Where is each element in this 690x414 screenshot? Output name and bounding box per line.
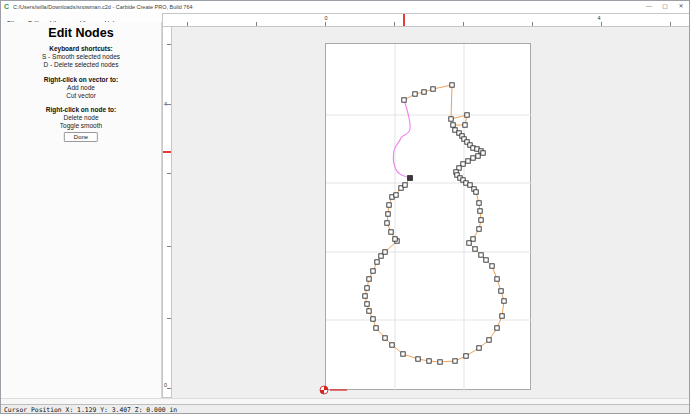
path-node[interactable] — [477, 227, 481, 231]
path-node[interactable] — [451, 123, 455, 127]
path-node[interactable] — [473, 247, 477, 251]
path-node[interactable] — [367, 277, 371, 281]
path-node[interactable] — [449, 117, 453, 121]
path-node[interactable] — [394, 193, 398, 197]
path-node[interactable] — [484, 258, 488, 262]
rightclick-node-heading: Right-click on node to: — [1, 106, 161, 113]
ruler-tick — [463, 22, 464, 26]
path-node[interactable] — [463, 123, 467, 127]
panel-title: Edit Nodes — [1, 26, 161, 40]
cursor-position-readout: Cursor Position X: 1.129 Y: 3.407 Z: 0.0… — [4, 406, 177, 414]
design-canvas[interactable] — [172, 27, 690, 398]
path-node[interactable] — [427, 359, 431, 363]
path-node[interactable] — [450, 83, 454, 87]
path-node[interactable] — [487, 338, 491, 342]
path-node[interactable] — [476, 154, 480, 158]
path-node[interactable] — [422, 90, 426, 94]
path-node[interactable] — [383, 336, 387, 340]
stock-page[interactable] — [325, 43, 531, 390]
keyboard-shortcuts-heading: Keyboard shortcuts: — [1, 45, 161, 52]
path-node[interactable] — [393, 237, 397, 241]
path-node[interactable] — [413, 92, 417, 96]
close-button[interactable]: ✕ — [673, 1, 689, 12]
path-node[interactable] — [365, 286, 369, 290]
ruler-tick — [167, 318, 171, 319]
path-node[interactable] — [479, 218, 483, 222]
path-node[interactable] — [401, 352, 405, 356]
ruler-tick — [167, 173, 171, 174]
path-node[interactable] — [471, 156, 475, 160]
path-node[interactable] — [464, 354, 468, 358]
path-node[interactable] — [416, 357, 420, 361]
edit-nodes-panel: Edit Nodes Keyboard shortcuts: S - Smoot… — [1, 22, 162, 398]
path-node[interactable] — [383, 250, 387, 254]
path-node[interactable] — [363, 294, 367, 298]
ruler-tick — [394, 22, 395, 26]
vertical-ruler: 40 — [162, 27, 172, 398]
path-node[interactable] — [389, 230, 393, 234]
path-node[interactable] — [365, 302, 369, 306]
path-node[interactable] — [495, 277, 499, 281]
path-node[interactable] — [500, 314, 504, 318]
menu-bar: File Edit Library View Help — [1, 12, 162, 22]
path-node[interactable] — [385, 221, 389, 225]
minimize-button[interactable]: — — [641, 1, 657, 12]
path-node[interactable] — [490, 264, 494, 268]
ruler-tick — [167, 44, 171, 45]
status-bar: Cursor Position X: 1.129 Y: 3.407 Z: 0.0… — [1, 404, 690, 414]
path-node[interactable] — [477, 201, 481, 205]
path-node[interactable] — [477, 346, 481, 350]
path-node[interactable] — [499, 289, 503, 293]
shortcut-smooth-line: S - Smooth selected nodes — [1, 53, 161, 60]
selected-node[interactable] — [408, 176, 413, 181]
path-node[interactable] — [431, 87, 435, 91]
path-node[interactable] — [375, 260, 379, 264]
ruler-label: 4 — [164, 101, 167, 107]
ruler-tick — [167, 104, 171, 105]
path-node[interactable] — [481, 151, 485, 155]
path-node[interactable] — [374, 326, 378, 330]
path-node[interactable] — [390, 343, 394, 347]
path-node[interactable] — [438, 360, 442, 364]
window-title: C:/Users/willa/Downloads/snowman.c2d - C… — [13, 4, 192, 10]
path-node[interactable] — [402, 98, 406, 102]
ruler-tick — [601, 22, 602, 26]
cut-vector-line: Cut vector — [1, 92, 161, 99]
origin-quadrant — [320, 390, 324, 394]
title-bar: C C:/Users/willa/Downloads/snowman.c2d -… — [1, 1, 690, 12]
path-node[interactable] — [387, 203, 391, 207]
app-window: C C:/Users/willa/Downloads/snowman.c2d -… — [0, 0, 690, 414]
path-node[interactable] — [467, 241, 471, 245]
path-node[interactable] — [367, 309, 371, 313]
ruler-label: 0 — [164, 382, 167, 388]
path-node[interactable] — [474, 190, 478, 194]
horizontal-ruler: 04 — [162, 13, 690, 27]
path-node[interactable] — [386, 212, 390, 216]
window-controls: — ▢ ✕ — [641, 1, 689, 12]
path-node[interactable] — [502, 299, 506, 303]
ruler-tick — [167, 246, 171, 247]
path-node[interactable] — [479, 253, 483, 257]
maximize-button[interactable]: ▢ — [657, 1, 673, 12]
delete-node-line: Delete node — [1, 114, 161, 121]
ruler-tick — [670, 22, 671, 26]
vector-drawing — [326, 44, 532, 391]
path-node[interactable] — [465, 113, 469, 117]
toggle-smooth-line: Toggle smooth — [1, 122, 161, 129]
path-node[interactable] — [453, 359, 457, 363]
ruler-tick — [187, 22, 188, 26]
done-button[interactable]: Done — [64, 132, 98, 142]
selected-curve-segment[interactable] — [393, 100, 410, 178]
path-node[interactable] — [478, 209, 482, 213]
path-node[interactable] — [371, 317, 375, 321]
path-node[interactable] — [371, 269, 375, 273]
path-node[interactable] — [403, 183, 407, 187]
ruler-tick — [325, 22, 326, 26]
path-node[interactable] — [495, 326, 499, 330]
app-icon: C — [4, 3, 9, 10]
path-node[interactable] — [466, 159, 470, 163]
add-node-line: Add node — [1, 84, 161, 91]
ruler-tick — [532, 22, 533, 26]
ruler-cursor-y — [163, 151, 171, 153]
ruler-label: 0 — [324, 15, 327, 21]
